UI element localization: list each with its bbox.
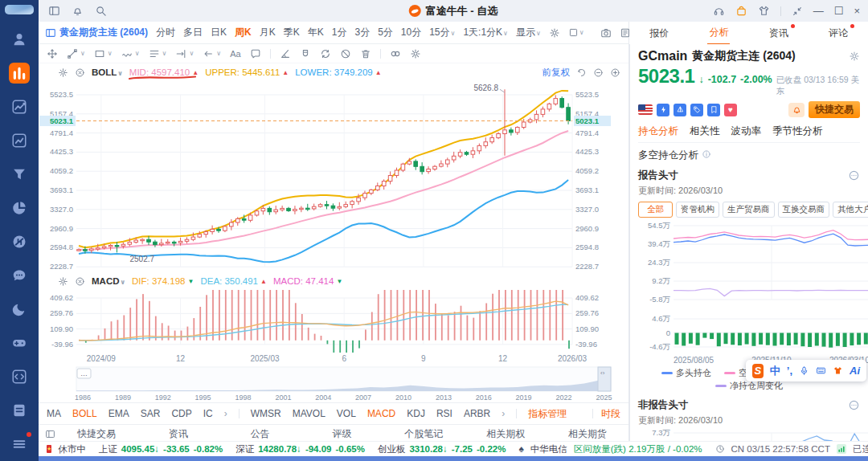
period-3分[interactable]: 3分 [354,26,370,39]
sidebar-item-portfolio[interactable] [9,198,30,218]
period-分时[interactable]: 分时 [156,26,175,39]
filter-pill-其他大户[interactable]: 其他大户 [833,202,868,218]
draw-tool-magnet-icon[interactable] [300,48,311,59]
bell-icon[interactable] [72,5,84,17]
period-年K[interactable]: 年K [308,26,324,39]
main-candlestick-chart[interactable]: 5523.55523.55157.45157.44791.44791.44425… [39,81,629,272]
period-10分[interactable]: 10分 [401,26,421,39]
draw-tool-arrowleft-icon[interactable]: ∨ [203,48,221,59]
panel-tab-分析[interactable]: 分析 [707,22,730,45]
indicator-tab-VOL[interactable]: VOL [337,408,356,419]
analysis-tab-持仓分析[interactable]: 持仓分析 [638,124,678,138]
indicator-settings-gear-icon[interactable] [58,276,68,287]
period-15分[interactable]: 15分∨ [429,26,455,39]
nonreport-line-chart[interactable]: 7.3万5万 [638,426,868,441]
draw-tool-move-icon[interactable] [47,48,58,59]
mic-icon[interactable] [799,365,809,376]
sidebar-item-games[interactable] [9,332,30,353]
ai-button[interactable]: Ai [850,365,860,377]
draw-tool-trash-icon[interactable] [360,48,371,59]
lightning-badge-icon[interactable] [657,104,669,116]
screenshot-icon[interactable] [600,27,612,39]
index-quote-创业板[interactable]: 创业板3310.28↓-7.25-0.22% [378,443,506,455]
filter-pill-生产贸易商[interactable]: 生产贸易商 [723,202,775,218]
indicator-close-icon[interactable] [75,67,85,78]
period-多日[interactable]: 多日 [183,26,203,39]
panel-settings-gear-icon[interactable] [849,51,860,62]
indicator-tab-MA[interactable]: MA [47,408,61,419]
sogou-logo-icon[interactable]: S [752,364,764,378]
function-tab-资讯[interactable]: 资讯 [137,427,219,441]
draw-tool-arrowbar-icon[interactable]: ∨ [175,48,194,59]
indicator-name[interactable]: MACD∨ [92,276,125,286]
sidebar-item-chat[interactable] [9,265,30,286]
analysis-tab-相关性[interactable]: 相关性 [690,124,720,138]
indicator-tab-MACD[interactable]: MACD [367,408,395,419]
pyramid-badge-icon[interactable] [674,104,686,116]
draw-tool-ban-icon[interactable] [340,48,351,59]
sidebar-item-developer[interactable] [9,366,30,387]
draw-tool-link-icon[interactable] [390,48,401,59]
draw-tool-settings-icon[interactable] [410,48,421,59]
sidebar-item-futu-logo[interactable] [9,231,30,252]
adjust-mode-link[interactable]: 前复权 [542,67,571,79]
session-toggle[interactable]: 时段 [601,407,620,421]
tag-badge-icon[interactable] [690,104,703,116]
symbol-selector[interactable]: 黄金期货主连 (2604) [45,26,148,39]
draw-tool-sync-icon[interactable] [320,48,331,59]
indicator-tab-IC[interactable]: IC [203,408,213,419]
filter-pill-资管机构[interactable]: 资管机构 [676,202,719,218]
indicator-tab-EMA[interactable]: EMA [108,408,129,419]
panel-tab-评论[interactable]: 评论 [827,22,850,44]
shirt-icon[interactable] [758,5,770,17]
function-tab-评级[interactable]: 评级 [301,427,383,441]
period-1分[interactable]: 1分 [332,26,347,39]
filter-pill-互换交易商[interactable]: 互换交易商 [778,202,830,218]
indicator-tab-WMSR[interactable]: WMSR [251,408,281,419]
indicator-tab-MAVOL[interactable]: MAVOL [293,408,326,419]
sidebar-item-menu[interactable] [9,434,30,455]
info-icon[interactable] [702,149,711,161]
period-1天:1分K[interactable]: 1天:1分K∨ [463,26,508,39]
draw-tool-recttool-icon[interactable]: ∨ [94,48,113,59]
maximize-icon[interactable]: ☐ [834,5,844,17]
indicator-tab-KDJ[interactable]: KDJ [407,408,425,419]
collapse-ellipsis-icon[interactable] [848,169,860,182]
minimize-icon[interactable]: — [813,5,824,17]
indicator-tab-BOLL[interactable]: BOLL [72,408,97,419]
draw-tool-trendline-icon[interactable]: ∨ [67,48,85,59]
sidebar-item-trade[interactable] [9,130,30,151]
stock-note-text[interactable]: 区间放量(跌) 2.19万股 / -0.02% [574,443,702,455]
indicator-tab-SAR[interactable]: SAR [141,408,161,419]
ime-toggle[interactable]: ’, [787,365,792,377]
index-quote-深证[interactable]: 深证14280.78↓-94.09-0.65% [235,443,365,455]
close-icon[interactable]: × [854,5,860,17]
indicator-tab-CDP[interactable]: CDP [171,408,191,419]
indicator-tab-RSI[interactable]: RSI [436,408,452,419]
function-tab-公告[interactable]: 公告 [219,427,301,441]
bag-icon[interactable] [735,5,747,17]
shirt-skin-icon[interactable] [833,365,843,376]
position-line-chart[interactable]: 54.5万39.4万24.3万9.2万-5.8万 [638,218,868,312]
keyboard-icon[interactable] [816,365,826,376]
bookmark-badge-icon[interactable] [707,104,720,116]
index-quote-上证[interactable]: 上证4095.45↓-33.65-0.82% [99,443,223,455]
indicator-manager[interactable]: 指标管理 [528,407,567,421]
collapse-ellipsis-icon[interactable] [848,399,860,411]
sidebar-item-trend[interactable] [9,96,30,117]
favorite-heart-icon[interactable]: ♥ [724,104,737,116]
alert-bell-icon[interactable] [788,103,805,117]
indicator-settings-gear-icon[interactable] [58,67,68,78]
headphone-icon[interactable] [713,5,725,17]
history-timeline-slider[interactable]: ‹›…1986198919921995199820012004200720102… [39,365,629,402]
sidebar-item-theme-moon[interactable] [9,299,30,320]
analysis-tab-季节性分析[interactable]: 季节性分析 [772,124,823,138]
draw-tool-text-icon[interactable]: Aa [230,49,240,59]
function-tab-个股笔记[interactable]: 个股笔记 [383,427,465,441]
macd-chart[interactable]: 409.62409.62259.76259.76109.90109.90-39.… [39,290,629,353]
avatar[interactable] [5,5,34,14]
ime-toggle[interactable]: 中 [770,364,780,378]
indicator-tab-ARBR[interactable]: ARBR [464,408,490,419]
undo-icon[interactable] [576,67,587,78]
connection-status[interactable]: 已连接 [853,443,868,455]
